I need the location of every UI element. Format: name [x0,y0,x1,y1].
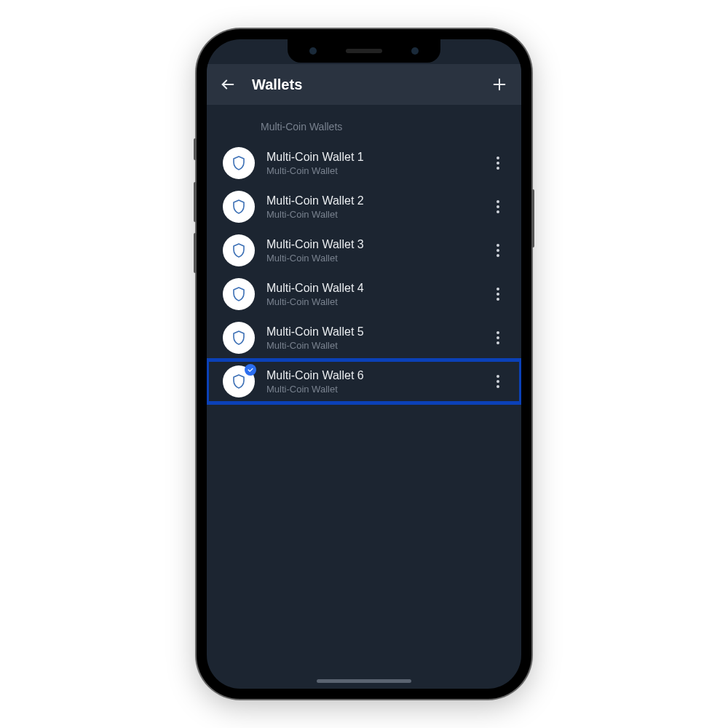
wallet-name: Multi-Coin Wallet 3 [266,237,491,251]
phone-mute-switch [194,138,197,160]
shield-icon [230,373,248,390]
wallet-list: Multi-Coin Wallet 1Multi-Coin WalletMult… [207,141,521,403]
wallet-text: Multi-Coin Wallet 2Multi-Coin Wallet [266,194,491,220]
wallet-subtitle: Multi-Coin Wallet [266,384,491,395]
wallet-text: Multi-Coin Wallet 5Multi-Coin Wallet [266,325,491,351]
app-bar: Wallets [207,64,521,105]
section-header: Multi-Coin Wallets [207,118,521,141]
more-options-button[interactable] [491,200,505,213]
wallet-icon [223,147,255,179]
selected-badge [245,364,256,376]
shield-icon [230,242,248,259]
wallet-subtitle: Multi-Coin Wallet [266,165,491,176]
wallet-icon [223,322,255,354]
check-icon [247,366,254,373]
page-title: Wallets [252,76,491,93]
phone-frame: Wallets Multi-Coin Wallets Multi-Coin Wa… [197,29,531,699]
wallet-text: Multi-Coin Wallet 1Multi-Coin Wallet [266,150,491,176]
wallet-subtitle: Multi-Coin Wallet [266,253,491,264]
wallet-text: Multi-Coin Wallet 3Multi-Coin Wallet [266,237,491,264]
wallet-row[interactable]: Multi-Coin Wallet 2Multi-Coin Wallet [207,185,521,229]
phone-screen: Wallets Multi-Coin Wallets Multi-Coin Wa… [207,39,521,689]
more-options-button[interactable] [491,157,505,170]
wallet-subtitle: Multi-Coin Wallet [266,209,491,220]
add-wallet-button[interactable] [491,76,508,93]
wallet-row[interactable]: Multi-Coin Wallet 3Multi-Coin Wallet [207,229,521,272]
speaker-icon [346,49,382,53]
more-options-button[interactable] [491,288,505,301]
more-options-button[interactable] [491,244,505,257]
wallet-row[interactable]: Multi-Coin Wallet 5Multi-Coin Wallet [207,316,521,360]
wallet-name: Multi-Coin Wallet 4 [266,281,491,295]
wallet-icon [223,234,255,266]
content-area: Multi-Coin Wallets Multi-Coin Wallet 1Mu… [207,105,521,403]
home-indicator[interactable] [317,679,411,683]
wallet-row[interactable]: Multi-Coin Wallet 4Multi-Coin Wallet [207,272,521,316]
wallet-subtitle: Multi-Coin Wallet [266,296,491,307]
wallet-row[interactable]: Multi-Coin Wallet 6Multi-Coin Wallet [207,360,521,403]
wallet-icon [223,365,255,397]
sensor-icon [411,47,419,55]
wallet-row[interactable]: Multi-Coin Wallet 1Multi-Coin Wallet [207,141,521,185]
back-button[interactable] [220,76,236,92]
wallet-text: Multi-Coin Wallet 4Multi-Coin Wallet [266,281,491,307]
wallet-name: Multi-Coin Wallet 6 [266,368,491,382]
shield-icon [230,285,248,303]
arrow-left-icon [220,76,236,92]
wallet-name: Multi-Coin Wallet 1 [266,150,491,164]
phone-volume-down [194,233,197,273]
more-options-button[interactable] [491,375,505,388]
phone-notch [288,39,440,63]
wallet-subtitle: Multi-Coin Wallet [266,340,491,351]
wallet-text: Multi-Coin Wallet 6Multi-Coin Wallet [266,368,491,395]
phone-volume-up [194,182,197,222]
plus-icon [491,76,507,92]
shield-icon [230,329,248,347]
wallet-name: Multi-Coin Wallet 2 [266,194,491,207]
shield-icon [230,198,248,215]
phone-power-button [531,189,534,248]
more-options-button[interactable] [491,331,505,344]
front-camera-icon [309,47,317,55]
wallet-icon [223,191,255,223]
wallet-name: Multi-Coin Wallet 5 [266,325,491,339]
wallet-icon [223,278,255,310]
shield-icon [230,154,248,172]
